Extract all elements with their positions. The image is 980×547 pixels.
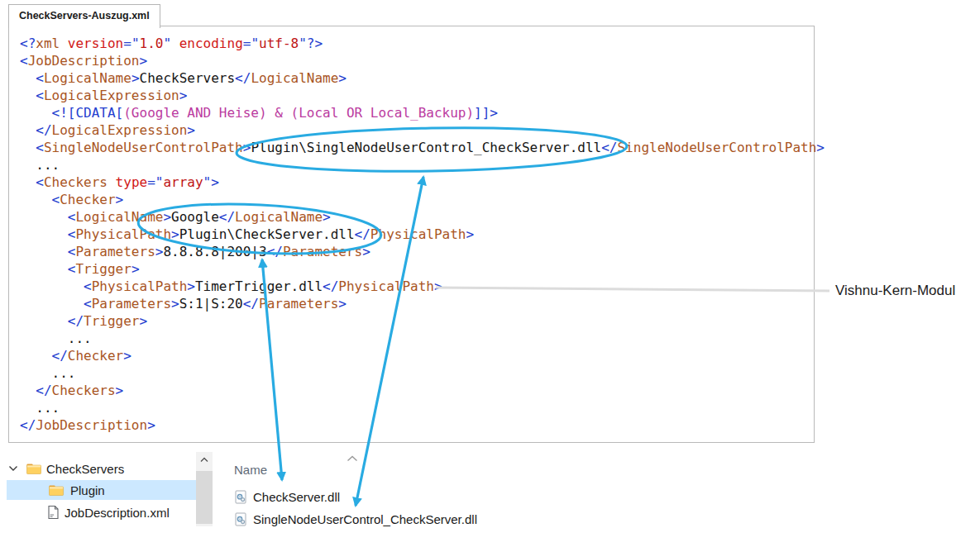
code-line: <Parameters>8.8.8.8|200|3</Parameters> bbox=[20, 243, 814, 260]
editor-tab[interactable]: CheckServers-Auszug.xml bbox=[8, 4, 160, 28]
code-line: <PhysicalPath>TimerTrigger.dll</Physical… bbox=[20, 278, 814, 295]
code-line: ... bbox=[20, 364, 814, 382]
code-line: <Parameters>S:1|S:20</Parameters> bbox=[20, 295, 814, 312]
xml-file-icon bbox=[47, 505, 60, 520]
code-line: </Checkers> bbox=[20, 382, 814, 399]
code-line: ... bbox=[20, 399, 814, 416]
code-line: </LogicalExpression> bbox=[20, 121, 814, 139]
code-line: <LogicalName>CheckServers</LogicalName> bbox=[20, 69, 814, 87]
code-line: <Trigger> bbox=[20, 260, 814, 278]
xml-code: <?xml version="1.0" encoding="utf-8"?><J… bbox=[9, 26, 814, 434]
tree-item-checkservers[interactable]: CheckServers bbox=[8, 459, 124, 478]
code-line: ... bbox=[20, 156, 814, 174]
code-line: <LogicalName>Google</LogicalName> bbox=[20, 208, 814, 226]
tree-item-label: CheckServers bbox=[46, 462, 124, 476]
screenshot-root: CheckServers-Auszug.xml <?xml version="1… bbox=[0, 0, 980, 547]
xml-editor-panel: <?xml version="1.0" encoding="utf-8"?><J… bbox=[8, 26, 815, 443]
scroll-up-icon[interactable] bbox=[200, 457, 208, 463]
code-line: </Trigger> bbox=[20, 312, 814, 330]
file-row-singlenodeusercontrol-checkserver-dll[interactable]: SingleNodeUserControl_CheckServer.dll bbox=[234, 511, 477, 526]
tree-item-label: JobDescription.xml bbox=[65, 506, 170, 520]
code-line: <Checker> bbox=[20, 191, 814, 208]
code-line: </JobDescription> bbox=[20, 416, 814, 434]
code-line: <PhysicalPath>Plugin\CheckServer.dll</Ph… bbox=[20, 226, 814, 243]
code-line: <SingleNodeUserControlPath>Plugin\Single… bbox=[20, 139, 814, 156]
file-name: CheckServer.dll bbox=[253, 490, 340, 504]
tree-scrollbar[interactable] bbox=[196, 452, 213, 526]
scrollbar-thumb[interactable] bbox=[196, 471, 213, 524]
code-line: <?xml version="1.0" encoding="utf-8"?> bbox=[20, 35, 814, 52]
code-line: ... bbox=[20, 330, 814, 347]
tree-item-jobdescription-xml[interactable]: JobDescription.xml bbox=[8, 502, 170, 522]
file-row-checkserver-dll[interactable]: CheckServer.dll bbox=[234, 489, 340, 504]
code-line: <Checkers type="array"> bbox=[20, 174, 814, 191]
folder-icon bbox=[26, 463, 41, 475]
code-line: <LogicalExpression> bbox=[20, 87, 814, 104]
dll-file-icon bbox=[234, 490, 247, 504]
vishnu-kern-modul-label: Vishnu-Kern-Modul bbox=[835, 283, 955, 299]
code-line: <![CDATA[(Google AND Heise) & (Local OR … bbox=[20, 104, 814, 121]
editor-tab-title: CheckServers-Auszug.xml bbox=[19, 10, 150, 21]
tree-item-plugin[interactable]: Plugin bbox=[7, 480, 196, 500]
tree-item-label: Plugin bbox=[70, 483, 105, 497]
chevron-down-icon[interactable] bbox=[8, 465, 18, 472]
code-line: <JobDescription> bbox=[20, 52, 814, 69]
sort-ascending-icon bbox=[347, 455, 358, 462]
code-line: </Checker> bbox=[20, 347, 814, 364]
dll-file-icon bbox=[234, 512, 247, 526]
folder-icon bbox=[49, 484, 64, 497]
column-header-name[interactable]: Name bbox=[234, 463, 267, 477]
file-name: SingleNodeUserControl_CheckServer.dll bbox=[253, 512, 477, 526]
